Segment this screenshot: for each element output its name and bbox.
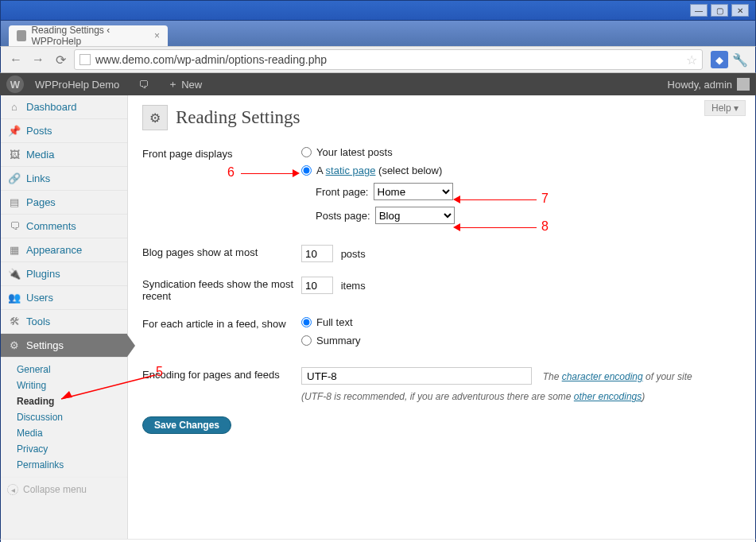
window-titlebar: — ▢ ✕ [0,0,756,21]
sidebar-item-plugins[interactable]: 🔌Plugins [1,262,127,286]
tab-favicon [17,30,26,41]
radio-static-page-label: A static page (select below) [316,165,442,176]
save-changes-button[interactable]: Save Changes [142,416,231,434]
bookmark-star-icon[interactable]: ☆ [686,52,697,68]
browser-tab[interactable]: Reading Settings ‹ WPProHelp × [9,25,168,46]
radio-static-page[interactable] [301,165,312,176]
submenu-writing[interactable]: Writing [17,377,121,393]
radio-full-text[interactable] [301,317,312,327]
browser-toolbar: ← → ⟳ www.demo.com/wp-admin/options-read… [0,46,756,73]
admin-footer: Thank you for creating with WordPress. V… [0,539,756,542]
label-feed-show: For each article in a feed, show [142,316,301,353]
label-encoding: Encoding for pages and feeds [142,367,301,402]
static-page-link[interactable]: static page [326,165,376,176]
adminbar-comments-icon[interactable]: 🗨 [138,79,149,91]
annotation-8-number: 8 [541,219,549,234]
sidebar-item-links[interactable]: 🔗Links [1,167,127,191]
plugin-icon: 🔌 [7,269,21,280]
posts-page-select-label: Posts page: [316,210,370,222]
annotation-7-number: 7 [541,192,549,206]
sidebar-item-appearance[interactable]: ▦Appearance [1,238,127,262]
page-icon: ▤ [7,197,21,208]
window-minimize-button[interactable]: — [690,4,708,17]
sidebar-submenu-settings: General Writing Reading Discussion Media… [1,358,127,478]
page-title: Reading Settings [176,107,300,128]
wordpress-logo-icon[interactable]: W [6,75,24,93]
blog-pages-input[interactable] [301,245,333,262]
radio-latest-posts[interactable] [301,147,312,157]
window-maximize-button[interactable]: ▢ [711,4,728,17]
annotation-7-arrow [460,199,537,200]
submenu-general[interactable]: General [17,362,121,377]
adminbar-site-name[interactable]: WPProHelp Demo [35,79,119,91]
sidebar-item-settings[interactable]: ⚙Settings [1,334,127,358]
label-blog-pages-show: Blog pages show at most [142,245,301,262]
help-tab[interactable]: Help ▾ [704,100,746,116]
encoding-input[interactable] [301,367,532,385]
sidebar-item-posts[interactable]: 📌Posts [1,119,127,143]
sidebar-item-comments[interactable]: 🗨Comments [1,215,127,238]
annotation-6-arrowhead-icon [293,169,300,177]
url-bar[interactable]: www.demo.com/wp-admin/options-reading.ph… [74,49,703,70]
media-icon: 🖼 [7,149,21,161]
submenu-media[interactable]: Media [17,425,121,441]
comment-icon: 🗨 [7,221,21,232]
annotation-6-arrow [241,173,293,174]
encoding-desc2: (UTF-8 is recommended, if you are advent… [301,391,741,402]
window-close-button[interactable]: ✕ [731,4,749,17]
radio-full-text-label: Full text [316,316,353,328]
users-icon: 👥 [7,292,21,304]
url-text: www.demo.com/wp-admin/options-reading.ph… [95,53,686,66]
forward-button[interactable]: → [29,51,47,68]
other-encodings-link[interactable]: other encodings [574,391,642,402]
encoding-desc1: The character encoding of your site [543,371,692,382]
browser-tabbar: Reading Settings ‹ WPProHelp × [0,21,756,46]
link-icon: 🔗 [7,173,21,184]
annotation-6-number: 6 [227,165,235,180]
site-icon [79,54,91,65]
front-page-select-label: Front page: [316,186,369,198]
tab-title: Reading Settings ‹ WPProHelp [31,25,148,47]
posts-page-select[interactable]: Blog [375,207,455,224]
sidebar-item-pages[interactable]: ▤Pages [1,191,127,215]
items-suffix: items [341,280,366,292]
sidebar-item-users[interactable]: 👥Users [1,286,127,310]
tools-icon: 🛠 [7,316,21,327]
annotation-5-number: 5 [156,365,163,379]
collapse-icon: ◂ [7,484,18,495]
settings-icon: ⚙ [7,340,21,351]
content-area: Help ▾ ⚙ Reading Settings Front page dis… [128,95,755,539]
tab-close-icon[interactable]: × [154,30,160,41]
back-button[interactable]: ← [7,51,25,68]
annotation-8-arrow [460,227,537,228]
wrench-icon[interactable]: 🔧 [731,51,749,68]
collapse-menu[interactable]: ◂Collapse menu [1,478,127,501]
label-front-page-displays: Front page displays [142,146,301,230]
avatar[interactable] [737,78,750,91]
adminbar-new-button[interactable]: ＋ New [168,77,202,91]
pin-icon: 📌 [7,126,21,137]
posts-suffix: posts [341,248,366,260]
admin-sidebar: ⌂Dashboard 📌Posts 🖼Media 🔗Links ▤Pages 🗨… [1,95,128,539]
annotation-7-arrowhead-icon [453,196,460,203]
adminbar-howdy[interactable]: Howdy, admin [668,79,732,91]
reload-button[interactable]: ⟳ [52,51,69,68]
extension-icon[interactable]: ◆ [711,51,728,68]
radio-summary[interactable] [301,335,312,346]
submenu-permalinks[interactable]: Permalinks [17,457,121,473]
submenu-privacy[interactable]: Privacy [17,441,121,457]
front-page-select[interactable]: Home [374,183,453,200]
character-encoding-link[interactable]: character encoding [562,371,643,382]
syndication-input[interactable] [301,277,333,294]
reading-settings-icon: ⚙ [142,105,168,130]
submenu-discussion[interactable]: Discussion [17,409,121,425]
submenu-reading[interactable]: Reading [17,393,121,409]
sidebar-item-media[interactable]: 🖼Media [1,143,127,167]
radio-summary-label: Summary [316,335,361,346]
label-syndication-feeds: Syndication feeds show the most recent [142,277,301,302]
sidebar-item-dashboard[interactable]: ⌂Dashboard [1,95,127,119]
annotation-8-arrowhead-icon [453,223,460,231]
appearance-icon: ▦ [7,245,21,256]
radio-latest-posts-label: Your latest posts [316,146,393,158]
sidebar-item-tools[interactable]: 🛠Tools [1,310,127,334]
